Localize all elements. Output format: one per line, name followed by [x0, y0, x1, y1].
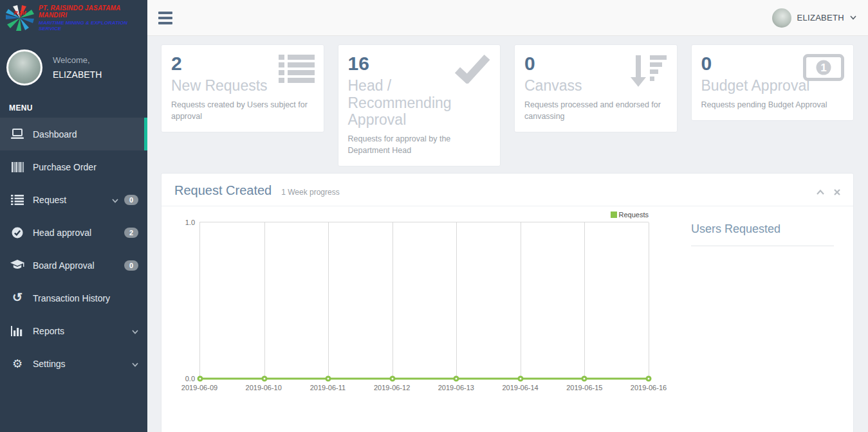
stat-description: Requests pending Budget Approval: [701, 99, 844, 111]
legend-label: Requests: [619, 211, 649, 219]
sidebar-item-label: Settings: [33, 359, 66, 369]
y-axis-tick: 1.0: [173, 219, 195, 226]
sidebar-item-dashboard[interactable]: Dashboard: [0, 118, 147, 150]
collapse-icon[interactable]: [817, 190, 824, 195]
stat-card-head-recommending-approval: 16Head / Recommending ApprovalRequests f…: [338, 44, 501, 166]
company-tagline: MARITIME MINING & EXPLORATION SERVICE: [39, 20, 143, 32]
stat-card-budget-approval: 01Budget ApprovalRequests pending Budget…: [691, 44, 854, 121]
users-requested-section: Users Requested: [660, 210, 842, 395]
hamburger-icon[interactable]: [158, 12, 172, 24]
main-area: ELIZABETH 2New RequestsRequests created …: [147, 0, 868, 432]
panel-subtitle: 1 Week progress: [281, 188, 340, 197]
x-axis-label: 2019-06-13: [438, 384, 474, 392]
app-window: RJM PT. RAISINDO JASATAMA MANDIRI MARITI…: [0, 0, 868, 432]
barcode-icon: [10, 162, 25, 172]
topbar-username: ELIZABETH: [797, 13, 845, 22]
x-axis-label: 2019-06-16: [631, 384, 667, 392]
count-badge: 0: [124, 195, 138, 205]
bar-chart-icon: [10, 326, 25, 336]
y-axis-tick: 0.0: [173, 375, 195, 382]
x-axis-label: 2019-06-09: [181, 384, 217, 392]
sidebar-item-purchase-order[interactable]: Purchase Order: [0, 150, 147, 183]
x-axis-label: 2019-06-10: [246, 384, 282, 392]
chevron-down-icon: [850, 15, 856, 20]
x-axis-label: 2019-06-12: [374, 384, 410, 392]
laptop-icon: [10, 129, 25, 140]
company-logo-icon: RJM: [5, 4, 35, 32]
user-profile-panel: Welcome, ELIZABETH: [0, 36, 147, 100]
panel-body: Requests 0.01.0 2019-06-092019-06-102019…: [162, 206, 853, 395]
sidebar-item-head-approval[interactable]: Head approval2: [0, 216, 147, 249]
list-icon: [10, 195, 25, 205]
chevron-down-icon: [112, 195, 118, 205]
chart-plot: 0.01.0: [199, 222, 649, 379]
sidebar-nav: DashboardPurchase OrderRequest0Head appr…: [0, 118, 147, 380]
welcome-label: Welcome,: [53, 55, 102, 65]
x-axis-label: 2019-06-11: [310, 384, 346, 392]
users-requested-divider: [691, 246, 834, 246]
x-axis-label: 2019-06-15: [566, 384, 602, 392]
sidebar-item-settings[interactable]: ⚙Settings: [0, 347, 147, 380]
sidebar-item-label: Transaction History: [33, 293, 110, 303]
profile-username: ELIZABETH: [53, 69, 102, 80]
stat-description: Requests created by Users subject for ap…: [171, 99, 314, 122]
stat-description: Requests for approval by the Department …: [348, 133, 491, 156]
chart-legend: Requests: [171, 210, 649, 220]
sidebar: RJM PT. RAISINDO JASATAMA MANDIRI MARITI…: [0, 0, 147, 432]
sidebar-item-transaction-history[interactable]: ↺Transaction History: [0, 282, 147, 314]
brand-logo: RJM PT. RAISINDO JASATAMA MANDIRI MARITI…: [0, 0, 147, 36]
menu-section-label: MENU: [0, 100, 147, 118]
content: 2New RequestsRequests created by Users s…: [147, 36, 868, 432]
chart-column: Requests 0.01.0 2019-06-092019-06-102019…: [171, 210, 660, 395]
panel-tools: [817, 189, 840, 195]
th-list-icon: [279, 54, 315, 86]
panel-title: Request Created: [174, 183, 272, 198]
count-badge: 2: [124, 228, 138, 238]
check-circle-icon: [10, 227, 25, 239]
sidebar-item-label: Request: [33, 195, 66, 205]
sidebar-item-request[interactable]: Request0: [0, 183, 147, 216]
user-menu[interactable]: ELIZABETH: [772, 8, 857, 28]
sidebar-item-label: Board Approval: [33, 260, 95, 271]
users-requested-title: Users Requested: [691, 222, 834, 236]
history-icon: ↺: [10, 292, 25, 304]
request-created-panel: Request Created 1 Week progress: [161, 173, 854, 432]
svg-text:RJM: RJM: [14, 10, 26, 16]
x-axis-label: 2019-06-14: [502, 384, 538, 392]
panel-header: Request Created 1 Week progress: [162, 174, 853, 206]
company-name: PT. RAISINDO JASATAMA MANDIRI: [39, 4, 143, 19]
graduation-cap-icon: [10, 260, 25, 271]
sidebar-item-label: Dashboard: [33, 129, 77, 140]
chevron-down-icon: [132, 359, 138, 369]
sidebar-item-reports[interactable]: Reports: [0, 314, 147, 347]
legend-swatch: [611, 212, 617, 218]
money-icon: 1: [803, 54, 844, 84]
count-badge: 0: [124, 260, 138, 271]
check-icon: [454, 54, 491, 86]
sidebar-item-label: Head approval: [33, 228, 91, 238]
chart-xlabels: 2019-06-092019-06-102019-06-112019-06-12…: [199, 379, 649, 395]
stat-card-canvass: 0CanvassRequests processed and endorsed …: [514, 44, 678, 132]
stat-cards-row: 2New RequestsRequests created by Users s…: [161, 44, 854, 166]
svg-text:1: 1: [820, 62, 826, 74]
sidebar-item-board-approval[interactable]: Board Approval0: [0, 249, 147, 282]
chevron-down-icon: [132, 326, 138, 336]
user-avatar: [6, 50, 42, 86]
stat-description: Requests processed and endorsed for canv…: [524, 99, 667, 122]
sidebar-item-label: Purchase Order: [33, 162, 97, 172]
close-icon[interactable]: [834, 189, 840, 195]
brand-text: PT. RAISINDO JASATAMA MANDIRI MARITIME M…: [39, 4, 143, 32]
sort-amount-desc-icon: [629, 54, 668, 90]
stat-card-new-requests: 2New RequestsRequests created by Users s…: [161, 44, 324, 132]
requests-line-chart: Requests 0.01.0 2019-06-092019-06-102019…: [171, 210, 649, 395]
user-profile-text: Welcome, ELIZABETH: [53, 55, 102, 80]
sidebar-item-label: Reports: [33, 326, 64, 336]
gear-icon: ⚙: [10, 358, 25, 370]
topbar: ELIZABETH: [147, 0, 868, 36]
topbar-avatar: [772, 8, 791, 28]
